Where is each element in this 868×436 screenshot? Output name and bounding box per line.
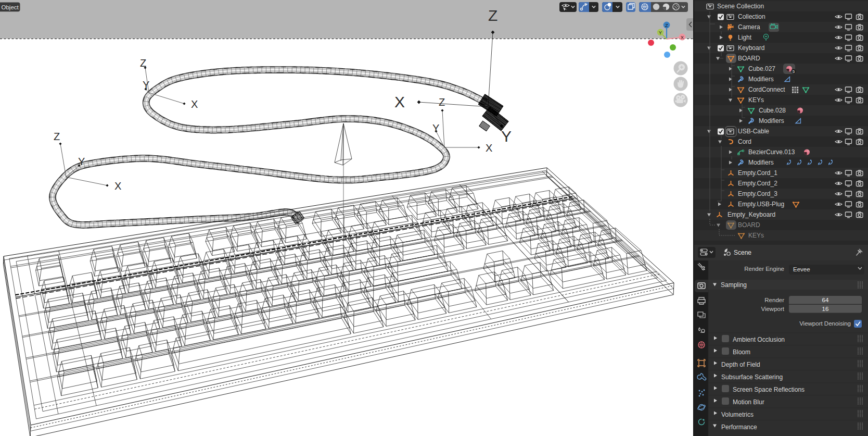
svg-text:Ambient Occlusion: Ambient Occlusion (733, 336, 785, 343)
svg-text:5: 5 (793, 69, 795, 74)
svg-text:Z: Z (488, 7, 497, 24)
svg-text:Cube.027: Cube.027 (748, 65, 775, 72)
svg-text:BOARD: BOARD (738, 55, 760, 62)
svg-text:CordConnect: CordConnect (748, 86, 785, 93)
svg-text:Motion Blur: Motion Blur (733, 398, 764, 406)
svg-text:X: X (191, 98, 198, 110)
svg-text:Eevee: Eevee (793, 266, 810, 272)
svg-text:Screen Space Reflections: Screen Space Reflections (733, 386, 805, 393)
svg-text:Render: Render (764, 297, 784, 303)
svg-text:Y: Y (501, 128, 512, 145)
svg-text:X: X (681, 34, 684, 40)
svg-text:X: X (486, 142, 492, 154)
svg-text:Empty.Cord_2: Empty.Cord_2 (738, 180, 777, 187)
svg-text:Y: Y (78, 156, 85, 167)
svg-text:Bloom: Bloom (733, 348, 750, 356)
svg-text:Volumetrics: Volumetrics (721, 411, 754, 418)
svg-text:Viewport Denoising: Viewport Denoising (799, 320, 851, 327)
svg-text:X: X (114, 180, 121, 192)
svg-text:Cube.028: Cube.028 (759, 107, 786, 114)
svg-text:BOARD: BOARD (738, 221, 760, 229)
svg-text:KEYs: KEYs (748, 232, 764, 239)
svg-text:BezierCurve.013: BezierCurve.013 (748, 148, 795, 156)
svg-text:Empty.Cord_1: Empty.Cord_1 (738, 169, 777, 177)
svg-text:USB-Cable: USB-Cable (738, 128, 769, 135)
svg-text:Subsurface Scattering: Subsurface Scattering (721, 373, 783, 381)
svg-text:Camera: Camera (738, 23, 760, 31)
svg-text:Modifiers: Modifiers (759, 117, 784, 124)
svg-text:Y: Y (659, 30, 662, 35)
svg-text:Light: Light (738, 34, 752, 41)
svg-text:Collection: Collection (738, 13, 765, 20)
svg-text:Z: Z (439, 96, 445, 108)
svg-text:Empty.Cord_3: Empty.Cord_3 (738, 190, 777, 197)
svg-text:Viewport: Viewport (761, 306, 784, 312)
svg-text:Cord: Cord (738, 138, 751, 145)
svg-text:Empty_Keyboard: Empty_Keyboard (727, 211, 775, 218)
svg-text:Y: Y (143, 79, 149, 91)
svg-text:X: X (394, 93, 405, 110)
svg-text:Object: Object (2, 4, 19, 10)
svg-text:Sampling: Sampling (721, 281, 747, 289)
svg-text:Modifiers: Modifiers (748, 159, 774, 166)
svg-text:Scene: Scene (734, 249, 751, 256)
svg-text:Render Engine: Render Engine (744, 266, 784, 272)
svg-text:Empty.USB-Plug: Empty.USB-Plug (738, 201, 784, 208)
svg-text:Performance: Performance (721, 423, 757, 431)
svg-text:16: 16 (822, 306, 829, 312)
svg-text:Keyboard: Keyboard (738, 44, 764, 52)
svg-text:Z: Z (140, 57, 146, 69)
svg-text:Z: Z (54, 131, 60, 142)
svg-text:Z: Z (665, 22, 668, 28)
svg-text:KEYs: KEYs (748, 96, 764, 104)
svg-text:Y: Y (432, 122, 439, 134)
svg-text:Scene Collection: Scene Collection (717, 3, 764, 10)
svg-text:64: 64 (822, 297, 829, 303)
svg-text:Depth of Field: Depth of Field (721, 361, 760, 368)
svg-text:Modifiers: Modifiers (748, 76, 774, 83)
